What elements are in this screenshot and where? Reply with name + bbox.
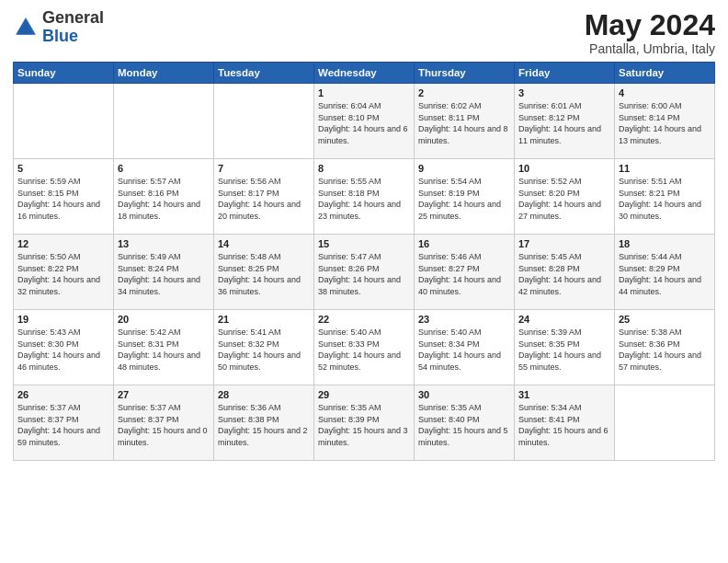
calendar-table: SundayMondayTuesdayWednesdayThursdayFrid…: [13, 62, 715, 461]
day-info: Sunrise: 5:45 AMSunset: 8:28 PMDaylight:…: [518, 251, 610, 297]
column-header-friday: Friday: [515, 63, 615, 84]
day-number: 2: [418, 87, 510, 98]
day-number: 6: [118, 163, 210, 174]
day-info: Sunrise: 5:40 AMSunset: 8:33 PMDaylight:…: [318, 327, 410, 373]
day-info: Sunrise: 5:35 AMSunset: 8:40 PMDaylight:…: [418, 402, 510, 448]
day-info: Sunrise: 6:00 AMSunset: 8:14 PMDaylight:…: [619, 100, 711, 146]
week-row-2: 5Sunrise: 5:59 AMSunset: 8:15 PMDaylight…: [14, 159, 715, 235]
logo-text: General Blue: [42, 9, 104, 46]
day-info: Sunrise: 6:01 AMSunset: 8:12 PMDaylight:…: [518, 100, 610, 146]
day-number: 5: [17, 163, 109, 174]
day-number: 22: [318, 314, 410, 325]
location-subtitle: Pantalla, Umbria, Italy: [585, 41, 715, 56]
logo-icon: [13, 15, 39, 40]
day-info: Sunrise: 5:41 AMSunset: 8:32 PMDaylight:…: [218, 327, 310, 373]
day-cell: 15Sunrise: 5:47 AMSunset: 8:26 PMDayligh…: [314, 235, 415, 310]
day-info: Sunrise: 5:43 AMSunset: 8:30 PMDaylight:…: [17, 327, 109, 373]
month-title: May 2024: [585, 9, 715, 41]
day-number: 15: [318, 238, 410, 249]
day-number: 10: [518, 163, 610, 174]
calendar-container: General Blue May 2024 Pantalla, Umbria, …: [0, 0, 728, 470]
column-header-sunday: Sunday: [14, 63, 114, 84]
day-cell: 6Sunrise: 5:57 AMSunset: 8:16 PMDaylight…: [114, 159, 214, 235]
day-info: Sunrise: 5:42 AMSunset: 8:31 PMDaylight:…: [118, 327, 210, 373]
day-info: Sunrise: 5:44 AMSunset: 8:29 PMDaylight:…: [619, 251, 711, 297]
day-cell: 13Sunrise: 5:49 AMSunset: 8:24 PMDayligh…: [114, 235, 214, 310]
day-number: 16: [418, 238, 510, 249]
day-number: 14: [218, 238, 310, 249]
day-cell: 3Sunrise: 6:01 AMSunset: 8:12 PMDaylight…: [515, 84, 615, 159]
day-info: Sunrise: 5:52 AMSunset: 8:20 PMDaylight:…: [518, 176, 610, 222]
day-cell: 11Sunrise: 5:51 AMSunset: 8:21 PMDayligh…: [615, 159, 715, 235]
day-info: Sunrise: 5:55 AMSunset: 8:18 PMDaylight:…: [318, 176, 410, 222]
day-cell: 27Sunrise: 5:37 AMSunset: 8:37 PMDayligh…: [114, 385, 214, 461]
day-cell: 12Sunrise: 5:50 AMSunset: 8:22 PMDayligh…: [14, 235, 114, 310]
day-info: Sunrise: 5:40 AMSunset: 8:34 PMDaylight:…: [418, 327, 510, 373]
day-info: Sunrise: 5:39 AMSunset: 8:35 PMDaylight:…: [518, 327, 610, 373]
day-number: 3: [518, 87, 610, 98]
day-number: 9: [418, 163, 510, 174]
day-cell: 14Sunrise: 5:48 AMSunset: 8:25 PMDayligh…: [214, 235, 314, 310]
day-cell: [214, 84, 314, 159]
day-number: 11: [619, 163, 711, 174]
column-header-monday: Monday: [114, 63, 214, 84]
day-cell: 8Sunrise: 5:55 AMSunset: 8:18 PMDaylight…: [314, 159, 415, 235]
week-row-5: 26Sunrise: 5:37 AMSunset: 8:37 PMDayligh…: [14, 385, 715, 461]
day-cell: 4Sunrise: 6:00 AMSunset: 8:14 PMDaylight…: [615, 84, 715, 159]
day-number: 4: [619, 87, 711, 98]
day-number: 18: [619, 238, 711, 249]
day-info: Sunrise: 5:36 AMSunset: 8:38 PMDaylight:…: [218, 402, 310, 448]
day-info: Sunrise: 6:04 AMSunset: 8:10 PMDaylight:…: [318, 100, 410, 146]
day-cell: [114, 84, 214, 159]
day-info: Sunrise: 5:56 AMSunset: 8:17 PMDaylight:…: [218, 176, 310, 222]
column-header-thursday: Thursday: [415, 63, 515, 84]
day-cell: 29Sunrise: 5:35 AMSunset: 8:39 PMDayligh…: [314, 385, 415, 461]
day-cell: 19Sunrise: 5:43 AMSunset: 8:30 PMDayligh…: [14, 310, 114, 385]
day-number: 26: [17, 389, 109, 400]
day-cell: 16Sunrise: 5:46 AMSunset: 8:27 PMDayligh…: [415, 235, 515, 310]
day-cell: 30Sunrise: 5:35 AMSunset: 8:40 PMDayligh…: [415, 385, 515, 461]
day-number: 27: [118, 389, 210, 400]
day-cell: [615, 385, 715, 461]
day-cell: 20Sunrise: 5:42 AMSunset: 8:31 PMDayligh…: [114, 310, 214, 385]
day-cell: 24Sunrise: 5:39 AMSunset: 8:35 PMDayligh…: [515, 310, 615, 385]
day-cell: 23Sunrise: 5:40 AMSunset: 8:34 PMDayligh…: [415, 310, 515, 385]
day-cell: 22Sunrise: 5:40 AMSunset: 8:33 PMDayligh…: [314, 310, 415, 385]
day-number: 31: [518, 389, 610, 400]
day-cell: 2Sunrise: 6:02 AMSunset: 8:11 PMDaylight…: [415, 84, 515, 159]
day-info: Sunrise: 5:37 AMSunset: 8:37 PMDaylight:…: [118, 402, 210, 448]
day-number: 21: [218, 314, 310, 325]
day-number: 17: [518, 238, 610, 249]
day-cell: 17Sunrise: 5:45 AMSunset: 8:28 PMDayligh…: [515, 235, 615, 310]
day-info: Sunrise: 5:38 AMSunset: 8:36 PMDaylight:…: [619, 327, 711, 373]
day-cell: 25Sunrise: 5:38 AMSunset: 8:36 PMDayligh…: [615, 310, 715, 385]
day-number: 12: [17, 238, 109, 249]
logo: General Blue: [13, 9, 104, 46]
day-number: 23: [418, 314, 510, 325]
day-cell: 31Sunrise: 5:34 AMSunset: 8:41 PMDayligh…: [515, 385, 615, 461]
week-row-4: 19Sunrise: 5:43 AMSunset: 8:30 PMDayligh…: [14, 310, 715, 385]
day-cell: 26Sunrise: 5:37 AMSunset: 8:37 PMDayligh…: [14, 385, 114, 461]
day-info: Sunrise: 5:35 AMSunset: 8:39 PMDaylight:…: [318, 402, 410, 448]
day-cell: [14, 84, 114, 159]
day-number: 28: [218, 389, 310, 400]
title-block: May 2024 Pantalla, Umbria, Italy: [585, 9, 715, 56]
day-cell: 18Sunrise: 5:44 AMSunset: 8:29 PMDayligh…: [615, 235, 715, 310]
day-info: Sunrise: 5:34 AMSunset: 8:41 PMDaylight:…: [518, 402, 610, 448]
day-info: Sunrise: 5:50 AMSunset: 8:22 PMDaylight:…: [17, 251, 109, 297]
day-info: Sunrise: 5:49 AMSunset: 8:24 PMDaylight:…: [118, 251, 210, 297]
day-cell: 1Sunrise: 6:04 AMSunset: 8:10 PMDaylight…: [314, 84, 415, 159]
day-cell: 21Sunrise: 5:41 AMSunset: 8:32 PMDayligh…: [214, 310, 314, 385]
week-row-1: 1Sunrise: 6:04 AMSunset: 8:10 PMDaylight…: [14, 84, 715, 159]
header-row: General Blue May 2024 Pantalla, Umbria, …: [13, 9, 715, 56]
day-info: Sunrise: 5:54 AMSunset: 8:19 PMDaylight:…: [418, 176, 510, 222]
day-number: 7: [218, 163, 310, 174]
day-number: 20: [118, 314, 210, 325]
day-number: 25: [619, 314, 711, 325]
calendar-body: 1Sunrise: 6:04 AMSunset: 8:10 PMDaylight…: [14, 84, 715, 461]
day-number: 8: [318, 163, 410, 174]
day-info: Sunrise: 5:47 AMSunset: 8:26 PMDaylight:…: [318, 251, 410, 297]
day-number: 30: [418, 389, 510, 400]
calendar-header: SundayMondayTuesdayWednesdayThursdayFrid…: [14, 63, 715, 84]
day-info: Sunrise: 5:51 AMSunset: 8:21 PMDaylight:…: [619, 176, 711, 222]
